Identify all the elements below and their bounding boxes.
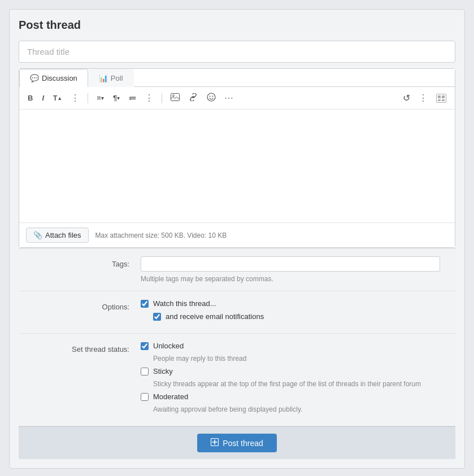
editor-content[interactable] <box>19 110 455 222</box>
svg-point-3 <box>210 96 211 97</box>
discussion-icon: 💬 <box>30 74 39 82</box>
editor-card: 💬 Discussion 📊 Poll B I T▲ ⋮ ≡ ▾ ¶ ▾ <box>19 68 455 248</box>
list-icon: ≔ <box>129 94 136 102</box>
tab-poll[interactable]: 📊 Poll <box>88 69 134 87</box>
form-section: Tags: Multiple tags may be separated by … <box>19 248 455 426</box>
svg-point-4 <box>212 96 214 97</box>
page-container: Post thread 💬 Discussion 📊 Poll B I T▲ ⋮… <box>9 9 465 469</box>
tags-row: Tags: Multiple tags may be separated by … <box>19 248 455 291</box>
svg-rect-9 <box>442 99 445 101</box>
post-thread-icon <box>211 438 219 448</box>
insert-more-icon[interactable]: ⋯ <box>222 91 236 104</box>
attach-files-button[interactable]: 📎 Attach files <box>26 228 89 243</box>
toolbar-separator-1 <box>88 93 88 103</box>
svg-rect-0 <box>171 94 180 101</box>
align-icon: ≡ <box>97 94 101 102</box>
text-size-button[interactable]: T▲ <box>50 92 65 104</box>
unlocked-hint: People may reply to this thread <box>153 355 446 363</box>
thread-status-label: Set thread status: <box>28 342 141 353</box>
options-label: Options: <box>28 299 141 311</box>
format-more-icon[interactable]: ⋮ <box>68 91 82 104</box>
thread-status-row: Set thread status: Unlocked People may r… <box>19 334 455 426</box>
moderated-hint: Awaiting approval before being displayed… <box>153 405 446 413</box>
bold-button[interactable]: B <box>25 91 36 104</box>
list-button[interactable]: ≔ <box>126 91 139 104</box>
options-row: Options: Watch this thread... and receiv… <box>19 291 455 334</box>
unlocked-checkbox[interactable] <box>141 342 149 350</box>
list-more-icon[interactable]: ⋮ <box>142 91 156 104</box>
tags-label: Tags: <box>28 256 141 268</box>
sticky-checkbox[interactable] <box>141 368 149 375</box>
footer-row: Post thread <box>19 426 455 459</box>
email-notify-row: and receive email notifications <box>153 312 446 321</box>
source-button[interactable] <box>433 91 449 105</box>
paragraph-button[interactable]: ¶ ▾ <box>110 91 123 104</box>
attach-row: 📎 Attach files Max attachment size: 500 … <box>19 222 455 247</box>
toolbar-extra-icon[interactable]: ⋮ <box>416 91 430 104</box>
svg-point-2 <box>207 93 215 101</box>
link-icon <box>189 93 198 103</box>
watch-thread-label: Watch this thread... <box>153 299 216 308</box>
email-notify-label: and receive email notifications <box>166 312 264 321</box>
svg-rect-5 <box>437 94 446 102</box>
align-button[interactable]: ≡ ▾ <box>94 91 107 104</box>
toolbar-separator-2 <box>162 93 162 103</box>
undo-button[interactable]: ↺ <box>400 90 413 106</box>
thread-status-control-area: Unlocked People may reply to this thread… <box>141 342 446 418</box>
page-title: Post thread <box>19 19 455 32</box>
attach-files-label: Attach files <box>45 231 81 239</box>
emoji-icon <box>207 93 216 103</box>
poll-tab-label: Poll <box>111 74 123 82</box>
italic-button[interactable]: I <box>39 91 47 104</box>
paperclip-icon: 📎 <box>33 231 42 239</box>
editor-tabs: 💬 Discussion 📊 Poll <box>19 69 455 87</box>
thread-title-input[interactable] <box>19 41 455 63</box>
email-notify-checkbox[interactable] <box>153 313 161 321</box>
post-thread-button[interactable]: Post thread <box>197 434 277 452</box>
unlocked-row: Unlocked <box>141 342 446 350</box>
image-button[interactable] <box>168 91 182 105</box>
moderated-row: Moderated <box>141 392 446 401</box>
tags-control-area: Multiple tags may be separated by commas… <box>141 256 446 283</box>
sticky-row: Sticky <box>141 367 446 375</box>
moderated-checkbox[interactable] <box>141 393 149 401</box>
editor-toolbar: B I T▲ ⋮ ≡ ▾ ¶ ▾ ≔ ⋮ <box>19 87 455 110</box>
attach-info: Max attachment size: 500 KB. Video: 10 K… <box>95 232 227 239</box>
discussion-tab-label: Discussion <box>42 74 77 82</box>
paragraph-arrow-icon: ▾ <box>117 95 120 101</box>
options-control-area: Watch this thread... and receive email n… <box>141 299 446 325</box>
tags-hint: Multiple tags may be separated by commas… <box>141 275 446 283</box>
post-thread-label: Post thread <box>223 439 263 448</box>
moderated-label: Moderated <box>153 392 188 401</box>
poll-icon: 📊 <box>99 74 108 82</box>
emoji-button[interactable] <box>204 90 219 106</box>
image-icon <box>171 93 180 103</box>
link-button[interactable] <box>186 91 201 105</box>
watch-thread-checkbox[interactable] <box>141 300 149 308</box>
svg-point-1 <box>173 95 175 97</box>
align-arrow-icon: ▾ <box>101 95 104 101</box>
unlocked-label: Unlocked <box>153 342 184 350</box>
sticky-hint: Sticky threads appear at the top of the … <box>153 380 446 388</box>
tags-input[interactable] <box>141 256 440 272</box>
svg-rect-7 <box>442 95 445 98</box>
tab-discussion[interactable]: 💬 Discussion <box>19 69 88 87</box>
sticky-label: Sticky <box>153 367 173 375</box>
svg-rect-6 <box>438 95 441 98</box>
watch-thread-row: Watch this thread... <box>141 299 446 308</box>
svg-rect-8 <box>438 99 441 101</box>
toolbar-right: ↺ ⋮ <box>400 90 449 106</box>
